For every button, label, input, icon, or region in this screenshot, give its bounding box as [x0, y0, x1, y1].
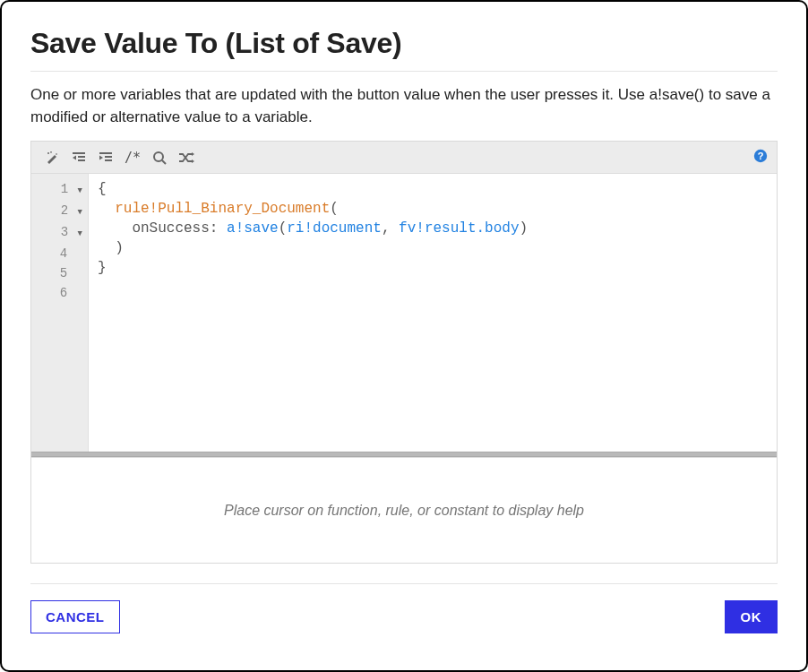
svg-point-0 — [47, 152, 49, 154]
code-token-rule: rule!Pull_Binary_Document — [115, 201, 330, 217]
shuffle-icon[interactable] — [175, 146, 198, 169]
svg-rect-2 — [73, 152, 85, 154]
format-wand-icon[interactable] — [40, 146, 64, 169]
dialog-description: One or more variables that are updated w… — [30, 84, 778, 128]
svg-marker-12 — [192, 152, 194, 156]
code-token-fn: a!save — [227, 220, 279, 237]
code-token-var: ri!document — [287, 220, 382, 237]
fold-marker[interactable]: ▼ — [78, 181, 82, 201]
code-content[interactable]: { rule!Pull_Binary_Document( onSuccess: … — [89, 174, 777, 452]
expression-editor: /* ? 1 ▼ 2 ▼ 3 ▼ 4 5 6 { rule!Pull — [30, 141, 778, 458]
code-token: onSuccess — [132, 220, 209, 237]
code-token-var: fv!result.body — [399, 220, 519, 237]
line-number: 5 — [60, 266, 67, 280]
title-divider — [30, 71, 778, 72]
code-token: { — [98, 181, 107, 197]
svg-point-10 — [154, 152, 163, 161]
code-token: , — [382, 220, 399, 237]
svg-text:?: ? — [758, 151, 764, 161]
code-token: ( — [279, 220, 288, 237]
svg-marker-13 — [192, 159, 194, 163]
svg-marker-9 — [99, 155, 103, 159]
code-token: ) — [115, 240, 124, 256]
code-token: ( — [330, 201, 339, 217]
line-gutter: 1 ▼ 2 ▼ 3 ▼ 4 5 6 — [31, 174, 89, 452]
dialog-footer: CANCEL OK — [30, 600, 778, 633]
svg-rect-6 — [99, 152, 112, 154]
line-number: 2 — [61, 203, 68, 218]
svg-marker-5 — [73, 155, 76, 159]
cancel-button[interactable]: CANCEL — [30, 600, 120, 633]
fold-marker[interactable]: ▼ — [78, 202, 82, 222]
indent-icon[interactable] — [94, 146, 117, 169]
svg-rect-4 — [78, 159, 85, 161]
editor-toolbar: /* ? — [31, 142, 777, 174]
help-icon[interactable]: ? — [753, 149, 768, 167]
search-icon[interactable] — [148, 146, 171, 169]
dialog-title: Save Value To (List of Save) — [30, 27, 778, 60]
svg-point-1 — [50, 151, 52, 153]
resize-handle[interactable] — [31, 452, 777, 457]
ok-button[interactable]: OK — [725, 600, 778, 633]
svg-rect-7 — [105, 156, 112, 158]
code-token: : — [210, 220, 227, 237]
comment-block-icon[interactable]: /* — [121, 146, 144, 169]
line-number: 1 — [61, 182, 68, 196]
line-number: 4 — [60, 246, 67, 261]
svg-rect-3 — [78, 156, 85, 158]
code-token: ) — [520, 220, 529, 237]
context-help-panel: Place cursor on function, rule, or const… — [30, 458, 778, 564]
line-number: 3 — [61, 225, 68, 239]
code-area[interactable]: 1 ▼ 2 ▼ 3 ▼ 4 5 6 { rule!Pull_Binary_Doc… — [31, 174, 777, 452]
context-help-hint: Place cursor on function, rule, or const… — [224, 503, 584, 519]
code-token: } — [98, 260, 107, 276]
svg-line-11 — [162, 160, 166, 164]
outdent-icon[interactable] — [67, 146, 90, 169]
svg-rect-8 — [105, 159, 112, 161]
footer-divider — [30, 583, 778, 584]
fold-marker[interactable]: ▼ — [78, 224, 82, 244]
line-number: 6 — [60, 286, 67, 300]
dialog-save-value-to: Save Value To (List of Save) One or more… — [0, 0, 808, 672]
